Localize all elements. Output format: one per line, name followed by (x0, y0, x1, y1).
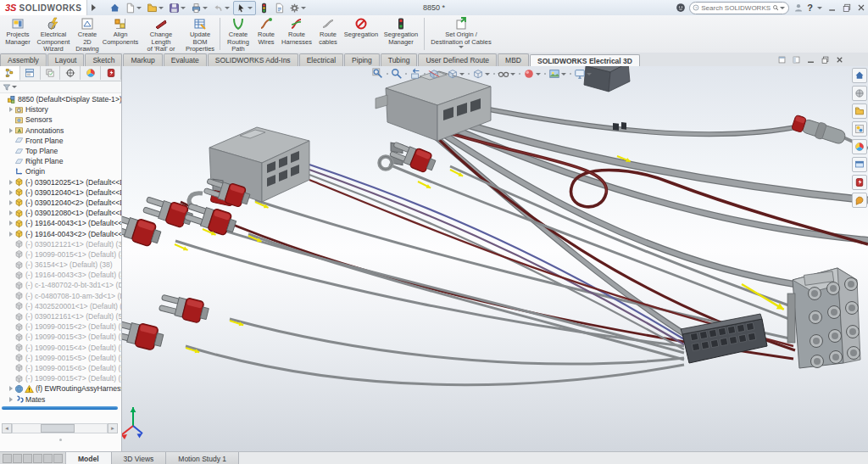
section-view-button[interactable] (428, 68, 440, 80)
scroll-left-arrow[interactable]: ◄ (2, 423, 12, 433)
tree-item[interactable]: (-) 039012161<1> (Default) (51) (0, 311, 121, 321)
task-pane-electrical-button[interactable] (852, 175, 867, 190)
tab-solidworks-add-ins[interactable]: SOLIDWORKS Add-Ins (208, 53, 298, 66)
tree-item[interactable]: Sensors (0, 115, 121, 125)
tab-assembly[interactable]: Assembly (0, 53, 47, 66)
restore-button[interactable] (841, 3, 852, 14)
panel-horizontal-scrollbar[interactable]: ◄ ► (2, 424, 118, 433)
tree-item[interactable]: (-) 19164-0043<1> (Default<<Defau (0, 218, 121, 228)
tree-item[interactable]: (-) 19099-0015<3> (Default) (53) (0, 332, 121, 342)
manager-tab-feature[interactable] (0, 66, 20, 81)
search-dropdown-caret[interactable] (780, 7, 785, 9)
update-bom-button[interactable]: UpdateBOMProperties (183, 15, 217, 53)
rollback-bar[interactable] (2, 406, 118, 410)
tab-markup[interactable]: Markup (123, 53, 162, 66)
search-icon[interactable] (772, 3, 779, 12)
expand-arrow-icon[interactable] (9, 180, 13, 185)
create-2d-drawing-button[interactable]: Create2DDrawing (73, 15, 102, 53)
tab-evaluate[interactable]: Evaluate (164, 53, 207, 66)
tree-item[interactable]: (f) EWRoutingAssyHarness_HB( (0, 383, 121, 394)
menu-flyout-arrow[interactable] (89, 2, 97, 14)
tab-sketch[interactable]: Sketch (85, 53, 122, 66)
bottom-tab-motion-study-1[interactable]: Motion Study 1 (166, 452, 239, 464)
tree-item[interactable]: (-) 4302520001<1> (Default) (48) (0, 301, 121, 311)
connector-black-bottom[interactable] (681, 314, 767, 363)
expand-arrow-icon[interactable] (9, 200, 13, 205)
task-pane-explorer-button[interactable] (852, 121, 867, 137)
bottom-tab-3d-views[interactable]: 3D Views (112, 452, 167, 464)
monitor-view-button[interactable] (574, 68, 593, 80)
file-props-button[interactable] (272, 2, 287, 14)
tree-item[interactable]: (-) 039012080<1> (Default<<Default (0, 208, 121, 218)
zoomarea-view-button[interactable] (391, 68, 403, 80)
tree-item[interactable]: (-) 039012121<1> (Default) (36) (0, 239, 121, 249)
tree-item[interactable]: (-) 19099-0015<2> (Default) (52) (0, 321, 121, 332)
tree-item[interactable]: Front Plane (0, 136, 121, 146)
tree-item[interactable]: (-) 19099-0015<4> (Default) (54) (0, 343, 121, 353)
tree-item[interactable]: (-) 19099-0015<6> (Default) (56) (0, 363, 121, 373)
undo-button[interactable] (211, 2, 232, 14)
select-arrow-button[interactable] (233, 1, 256, 15)
tree-item[interactable]: (-) 039012025<1> (Default<<Default (0, 177, 121, 187)
task-pane-palette-button[interactable] (852, 157, 867, 172)
graphics-area[interactable] (121, 66, 868, 451)
segregation-button[interactable]: Segregation (342, 15, 381, 53)
task-pane-home-button[interactable] (852, 68, 867, 83)
route-harnesses-button[interactable]: RouteHarnesses (279, 15, 314, 53)
tab-navigation-buttons[interactable] (0, 452, 66, 464)
tree-item[interactable]: Annotations (0, 126, 121, 136)
route-wires-button[interactable]: RouteWires (253, 15, 279, 53)
create-routing-path-button[interactable]: CreateRoutingPath (223, 15, 253, 53)
task-pane-forum-button[interactable] (852, 193, 867, 208)
set-origin-destination-button[interactable]: Set Origin /Destination of Cables (427, 15, 495, 53)
projects-manager-button[interactable]: ProjectsManager (2, 15, 34, 53)
dc-min-button[interactable] (805, 54, 815, 64)
manager-tab-config[interactable] (41, 66, 61, 80)
save-button[interactable] (167, 2, 188, 14)
zoomfit-view-button[interactable] (372, 68, 384, 80)
tree-item[interactable]: (-) 36154<1> (Default) (38) (0, 260, 121, 270)
hide-view-button[interactable] (498, 68, 516, 80)
search-input[interactable] (699, 3, 772, 13)
dc-box1-button[interactable] (776, 54, 787, 64)
tab-tubing[interactable]: Tubing (381, 53, 418, 66)
rebuild-button[interactable] (257, 2, 271, 14)
connector-12pin[interactable] (787, 268, 860, 368)
dc-close-button[interactable] (834, 54, 844, 64)
manager-tab-dimxpert[interactable] (60, 66, 81, 80)
tree-item[interactable]: (-) 039012040<2> (Default<<Default (0, 198, 121, 208)
tree-item[interactable]: (-) 19099-0015<5> (Default) (55) (0, 353, 121, 363)
3d-viewport[interactable] (121, 66, 868, 451)
user-account-icon[interactable] (793, 3, 804, 14)
scroll-thumb[interactable] (41, 424, 75, 433)
tab-piping[interactable]: Piping (344, 53, 380, 66)
tree-item[interactable]: 8850 (Default<Display State-1>) (0, 94, 121, 104)
tree-item[interactable]: Right Plane (0, 156, 121, 166)
tab-electrical[interactable]: Electrical (299, 53, 343, 66)
scroll-right-arrow[interactable]: ► (108, 423, 118, 433)
prev-view-button[interactable] (409, 68, 421, 80)
minimize-button[interactable] (826, 3, 837, 14)
tab-layout[interactable]: Layout (47, 53, 85, 66)
segregation-manager-button[interactable]: SegregationManager (381, 15, 421, 53)
tab-solidworks-electrical-3d[interactable]: SOLIDWORKS Electrical 3D (530, 54, 640, 67)
tree-item[interactable]: Origin (0, 166, 121, 176)
expand-arrow-icon[interactable] (9, 221, 13, 226)
appearance-view-button[interactable] (523, 68, 542, 80)
expand-arrow-icon[interactable] (9, 386, 13, 391)
manager-tab-property[interactable] (20, 66, 41, 80)
tree-item[interactable]: History (0, 104, 121, 115)
expand-arrow-icon[interactable] (9, 190, 13, 195)
tree-item[interactable]: Mates (0, 394, 121, 404)
bottom-tab-model[interactable]: Model (66, 452, 112, 464)
community-icon[interactable] (675, 3, 686, 14)
expand-arrow-icon[interactable] (9, 107, 13, 112)
close-button[interactable] (855, 3, 866, 14)
tree-item[interactable]: (-) c-0480708-10-am-3d<1> (Default (0, 291, 121, 301)
dc-box2-button[interactable] (791, 54, 801, 64)
tree-item[interactable]: (-) 19099-0015<1> (Default) (37) (0, 249, 121, 260)
panel-splitter-handle[interactable] (53, 438, 69, 441)
cube-view-button[interactable] (447, 68, 465, 80)
electrical-component-wizard-button[interactable]: ElectricalComponentWizard (34, 15, 73, 53)
help-button[interactable]: ? (807, 3, 813, 13)
